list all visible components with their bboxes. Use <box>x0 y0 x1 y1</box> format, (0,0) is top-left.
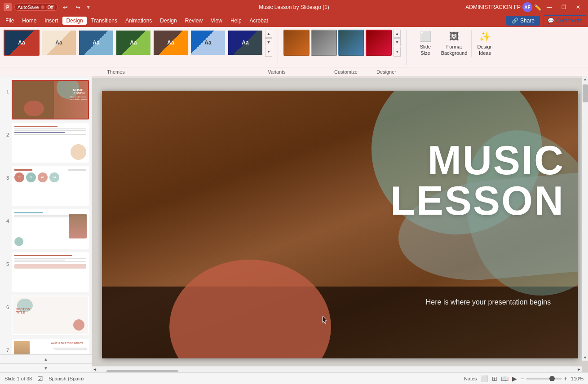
format-bg-icon: 🖼 <box>449 31 459 43</box>
slide1-preview: MUSIC LESSON Here is where your presenta… <box>13 81 88 119</box>
slide-title-line2: LESSON <box>390 181 565 221</box>
variant-item-2[interactable] <box>311 30 337 56</box>
zoom-slider[interactable] <box>526 378 562 380</box>
slide-thumb-2[interactable] <box>12 123 89 163</box>
slide-thumb-7[interactable]: WHAT IS THIS TOPIC ABOUT? <box>12 339 89 354</box>
title-bar-left: P AutoSave Off ↩ ↪ ▼ <box>4 2 91 12</box>
canvas-scroll-up[interactable]: ▲ <box>583 76 588 82</box>
accessibility-icon[interactable]: ☑ <box>37 375 43 382</box>
menu-review[interactable]: Review <box>181 17 206 25</box>
slide3-c2: 02 <box>26 172 36 182</box>
zoom-out-icon[interactable]: − <box>521 375 524 382</box>
slide-panel-scroll-down[interactable]: ▼ <box>0 363 92 372</box>
share-icon: 🔗 <box>512 18 518 24</box>
slide7-preview: WHAT IS THIS TOPIC ABOUT? <box>13 340 88 354</box>
slide-thumb-1[interactable]: MUSIC LESSON Here is where your presenta… <box>12 80 89 119</box>
share-button[interactable]: 🔗 Share <box>506 16 540 26</box>
theme-item-5[interactable]: Aa <box>153 30 189 56</box>
autosave-dot <box>41 5 44 9</box>
main-area: 1 MUSIC LESSON Here is where your presen… <box>0 76 588 372</box>
canvas-scroll-right[interactable]: ▶ <box>576 367 582 371</box>
design-ideas-button[interactable]: ✨ DesignIdeas <box>471 30 498 57</box>
canvas-h-thumb[interactable] <box>106 370 178 373</box>
notes-button[interactable]: Notes <box>464 376 477 381</box>
canvas-scroll-down[interactable]: ▼ <box>583 355 588 361</box>
comments-button[interactable]: 💬 Comments <box>544 15 586 26</box>
menu-home[interactable]: Home <box>18 17 40 25</box>
slide-thumb-5[interactable] <box>12 252 89 292</box>
slide3-preview: 01 02 03 04 <box>13 167 88 205</box>
theme-item-6[interactable]: Aa <box>190 30 226 56</box>
menu-view[interactable]: View <box>207 17 226 25</box>
ribbon-top: Aa Aa Aa Aa Aa Aa Aa <box>0 27 588 67</box>
slide-size-button[interactable]: ⬜ SlideSize <box>412 30 439 57</box>
slide-num-5: 5 <box>3 261 9 267</box>
slide-num-7: 7 <box>3 348 9 353</box>
slide-panel-scroll-up[interactable]: ▲ <box>0 354 92 363</box>
theme-item-1[interactable]: Aa <box>4 30 40 56</box>
normal-view-icon[interactable]: ⬜ <box>481 375 488 382</box>
variant-item-1[interactable] <box>283 30 309 56</box>
slide-thumb-6[interactable]: SECTIONTITLE <box>12 296 89 335</box>
status-right: Notes ⬜ ⊞ 📖 ▶ − + 110% <box>464 375 584 382</box>
slide-sorter-icon[interactable]: ⊞ <box>492 375 497 382</box>
slide-subtitle-area: Here is where your presentation begins <box>425 297 551 307</box>
theme-item-3[interactable]: Aa <box>78 30 114 56</box>
gallery-down[interactable]: ▼ <box>265 38 272 46</box>
slide5-l2 <box>14 258 86 259</box>
variant-item-3[interactable] <box>338 30 364 56</box>
theme-item-7[interactable]: Aa <box>227 30 263 56</box>
gallery-up[interactable]: ▲ <box>265 30 272 38</box>
slide-subtitle: Here is where your presentation begins <box>425 297 551 307</box>
slide-thumb-row-3: 3 01 02 03 04 <box>3 166 89 206</box>
slide5-l1 <box>14 255 72 256</box>
format-background-button[interactable]: 🖼 FormatBackground <box>441 30 468 57</box>
menu-file[interactable]: File <box>2 17 18 25</box>
gallery-arrows: ▲ ▼ ▾ <box>265 30 272 57</box>
canvas-scroll-left[interactable]: ◀ <box>92 367 97 371</box>
slide-num-1: 1 <box>3 89 9 94</box>
slide-thumb-3[interactable]: 01 02 03 04 <box>12 166 89 206</box>
gallery-expand[interactable]: ▾ <box>265 47 272 57</box>
redo-button[interactable]: ↪ <box>73 2 83 12</box>
menu-design[interactable]: Design <box>62 17 86 25</box>
variants-expand[interactable]: ▾ <box>393 47 401 57</box>
reading-view-icon[interactable]: 📖 <box>501 375 508 382</box>
menu-transitions[interactable]: Transitions <box>88 17 121 25</box>
slide5-l4 <box>14 261 86 262</box>
slide2-preview <box>13 124 88 162</box>
customize-section: ⬜ SlideSize 🖼 FormatBackground ✨ DesignI… <box>412 30 498 65</box>
slide3-header <box>14 169 86 171</box>
slide3-circles: 01 02 03 04 <box>14 172 86 182</box>
variants-up[interactable]: ▲ <box>393 30 401 38</box>
slide4-accent <box>14 212 43 213</box>
slideshow-icon[interactable]: ▶ <box>512 375 517 382</box>
undo-button[interactable]: ↩ <box>61 2 71 12</box>
zoom-in-icon[interactable]: + <box>564 375 567 382</box>
menu-acrobat[interactable]: Acrobat <box>246 17 272 25</box>
theme-item-4[interactable]: Aa <box>115 30 151 56</box>
menu-insert[interactable]: Insert <box>41 17 62 25</box>
slide6-shape2 <box>73 319 84 331</box>
variant-item-4[interactable] <box>366 30 392 56</box>
designer-label: Designer <box>368 69 404 75</box>
restore-button[interactable]: ❐ <box>557 2 570 12</box>
menu-help[interactable]: Help <box>227 17 245 25</box>
ribbon-labels: Themes Variants Customize Designer <box>0 67 588 76</box>
canvas-scroll-thumb[interactable] <box>583 84 588 102</box>
slide-thumb-4[interactable] <box>12 209 89 249</box>
minimize-button[interactable]: — <box>543 2 556 12</box>
slide2-line5 <box>14 134 86 135</box>
menu-animations[interactable]: Animations <box>122 17 155 25</box>
close-button[interactable]: ✕ <box>572 2 584 12</box>
title-bar-right: ADMINISTRACION FP AF ✏️ — ❐ ✕ <box>465 2 584 12</box>
format-bg-label: FormatBackground <box>441 44 468 56</box>
slide-num-6: 6 <box>3 305 9 310</box>
slide-thumb-row-1: 1 MUSIC LESSON Here is where your presen… <box>3 80 89 119</box>
menu-slideshow[interactable]: Design <box>156 17 180 25</box>
variants-down[interactable]: ▼ <box>393 38 401 46</box>
slide1-shape2 <box>24 101 44 116</box>
theme-preview-3: Aa <box>79 31 113 55</box>
variants-section: ▲ ▼ ▾ <box>283 30 407 65</box>
theme-item-2[interactable]: Aa <box>41 30 77 56</box>
